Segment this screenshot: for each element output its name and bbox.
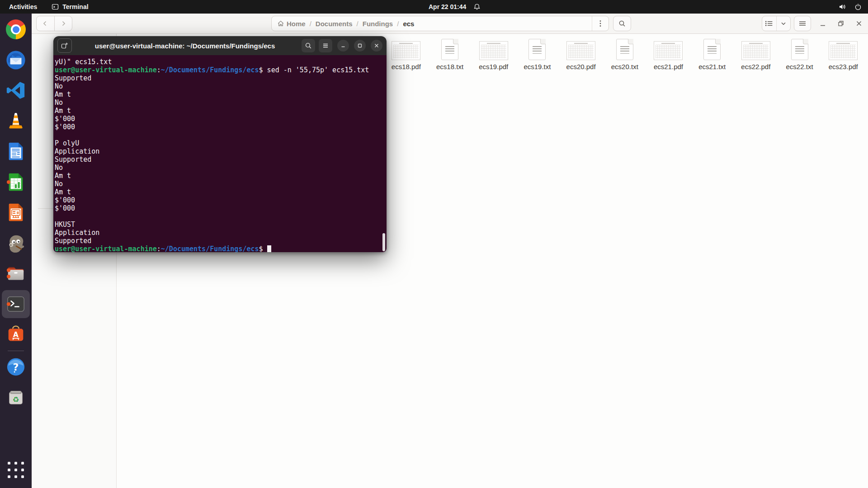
file-ecs19.pdf[interactable]: ecs19.pdf bbox=[472, 35, 515, 70]
breadcrumb-item-home[interactable]: Home bbox=[287, 20, 306, 28]
file-ecs22.txt[interactable]: ecs22.txt bbox=[778, 35, 821, 70]
terminal-mini-icon bbox=[52, 3, 59, 10]
terminal-line: $'000 bbox=[55, 204, 387, 212]
history-nav bbox=[36, 16, 72, 31]
file-name-label: ecs18.pdf bbox=[392, 63, 421, 70]
breadcrumb-item-documents[interactable]: Documents bbox=[316, 20, 353, 28]
breadcrumb: Home/Documents/Fundings/ecs bbox=[271, 16, 609, 31]
terminal-title: user@user-virtual-machine: ~/Documents/F… bbox=[72, 42, 298, 50]
pdf-thumbnail bbox=[654, 35, 683, 60]
close-button[interactable] bbox=[855, 20, 863, 27]
search-button[interactable] bbox=[613, 16, 631, 31]
svg-text:♻: ♻ bbox=[13, 395, 19, 404]
pdf-icon bbox=[654, 41, 683, 60]
terminal-minimize-button[interactable] bbox=[337, 40, 349, 52]
back-button[interactable] bbox=[37, 16, 55, 31]
terminal-line: $'000 bbox=[55, 115, 387, 123]
volume-icon bbox=[839, 3, 846, 10]
breadcrumb-separator: / bbox=[397, 20, 399, 28]
pdf-icon bbox=[479, 41, 508, 60]
dock-item-files[interactable] bbox=[0, 263, 32, 284]
power-icon bbox=[854, 3, 862, 10]
dock-item-libreoffice-calc[interactable] bbox=[0, 171, 32, 193]
dock-item-vlc[interactable] bbox=[0, 110, 32, 132]
file-name-label: ecs18.txt bbox=[436, 63, 463, 70]
file-ecs21.pdf[interactable]: ecs21.pdf bbox=[646, 35, 690, 70]
dock-divider bbox=[8, 351, 24, 351]
pdf-thumbnail bbox=[392, 35, 420, 60]
terminal-line: No bbox=[55, 99, 387, 107]
running-indicator-dot bbox=[7, 302, 10, 306]
txt-thumbnail bbox=[791, 35, 808, 60]
hamburger-menu-button[interactable] bbox=[794, 16, 811, 31]
txt-thumbnail bbox=[528, 35, 546, 60]
terminal-line: yU)" ecs15.txt bbox=[55, 58, 387, 66]
activities-button[interactable]: Activities bbox=[9, 3, 37, 10]
terminal-scrollbar[interactable] bbox=[382, 233, 385, 251]
terminal-search-button[interactable] bbox=[302, 39, 315, 52]
terminal-window: user@user-virtual-machine: ~/Documents/F… bbox=[53, 36, 387, 252]
terminal-titlebar[interactable]: user@user-virtual-machine: ~/Documents/F… bbox=[53, 36, 387, 55]
file-name-label: ecs19.txt bbox=[524, 63, 551, 70]
dock-item-chrome[interactable] bbox=[0, 19, 32, 40]
focused-app-indicator[interactable]: Terminal bbox=[52, 3, 88, 10]
terminal-line: Am t bbox=[55, 172, 387, 180]
terminal-output[interactable]: yU)" ecs15.txtuser@user-virtual-machine:… bbox=[53, 55, 387, 252]
path-options-button[interactable] bbox=[592, 16, 609, 31]
terminal-menu-button[interactable] bbox=[319, 39, 332, 52]
dock-item-ubuntu-software[interactable]: A bbox=[0, 324, 32, 345]
file-ecs20.pdf[interactable]: ecs20.pdf bbox=[559, 35, 603, 70]
dock-item-gimp[interactable] bbox=[0, 232, 32, 254]
txt-icon bbox=[703, 39, 721, 60]
pdf-thumbnail bbox=[741, 35, 770, 60]
txt-thumbnail bbox=[703, 35, 721, 60]
file-ecs18.pdf[interactable]: ecs18.pdf bbox=[384, 35, 428, 70]
file-name-label: ecs19.pdf bbox=[479, 63, 508, 70]
dock-item-app-grid[interactable] bbox=[0, 459, 32, 481]
software-icon: A bbox=[5, 324, 27, 345]
restore-button[interactable] bbox=[837, 20, 844, 27]
list-view-button[interactable] bbox=[762, 16, 777, 31]
forward-button[interactable] bbox=[55, 16, 72, 31]
file-ecs23.pdf[interactable]: ecs23.pdf bbox=[821, 35, 865, 70]
pdf-icon bbox=[566, 41, 595, 60]
gimp-icon bbox=[5, 232, 27, 254]
file-ecs21.txt[interactable]: ecs21.txt bbox=[690, 35, 734, 70]
dock-item-libreoffice-writer[interactable] bbox=[0, 141, 32, 162]
terminal-close-button[interactable] bbox=[371, 40, 382, 52]
dock-item-thunderbird[interactable] bbox=[0, 49, 32, 71]
running-indicator-dot bbox=[7, 275, 10, 278]
dock-item-libreoffice-impress[interactable] bbox=[0, 202, 32, 223]
breadcrumb-item-fundings[interactable]: Fundings bbox=[363, 20, 393, 28]
minimize-button[interactable] bbox=[819, 20, 826, 27]
breadcrumb-item-ecs[interactable]: ecs bbox=[403, 20, 414, 28]
new-tab-button[interactable] bbox=[57, 38, 72, 53]
dock-item-vscode[interactable] bbox=[0, 80, 32, 101]
terminal-line bbox=[55, 131, 387, 139]
dock-item-help[interactable]: ? bbox=[0, 356, 32, 378]
view-options-chevron[interactable] bbox=[777, 16, 791, 31]
dock-item-terminal[interactable] bbox=[0, 293, 32, 315]
txt-icon bbox=[616, 39, 633, 60]
top-bar: Activities Terminal Apr 22 01:44 bbox=[0, 0, 868, 14]
txt-thumbnail bbox=[441, 35, 458, 60]
file-ecs19.txt[interactable]: ecs19.txt bbox=[515, 35, 559, 70]
file-name-label: ecs21.pdf bbox=[654, 63, 683, 70]
pdf-icon bbox=[741, 41, 770, 60]
file-ecs18.txt[interactable]: ecs18.txt bbox=[428, 35, 472, 70]
pdf-thumbnail bbox=[479, 35, 508, 60]
terminal-maximize-button[interactable] bbox=[354, 40, 366, 52]
file-ecs20.txt[interactable]: ecs20.txt bbox=[603, 35, 646, 70]
trash-icon: ♻ bbox=[5, 386, 27, 408]
home-mini-icon bbox=[277, 20, 284, 27]
terminal-line: Supported bbox=[55, 155, 387, 164]
focused-app-label: Terminal bbox=[62, 3, 88, 10]
file-ecs22.pdf[interactable]: ecs22.pdf bbox=[734, 35, 778, 70]
system-status-menu[interactable] bbox=[839, 3, 868, 10]
appgrid-icon bbox=[5, 459, 27, 481]
clock-menu[interactable]: Apr 22 01:44 bbox=[429, 0, 481, 14]
files-header-bar: Home/Documents/Fundings/ecs bbox=[32, 14, 868, 34]
pdf-thumbnail bbox=[829, 35, 858, 60]
dock-item-trash[interactable]: ♻ bbox=[0, 386, 32, 408]
txt-icon bbox=[528, 39, 546, 60]
